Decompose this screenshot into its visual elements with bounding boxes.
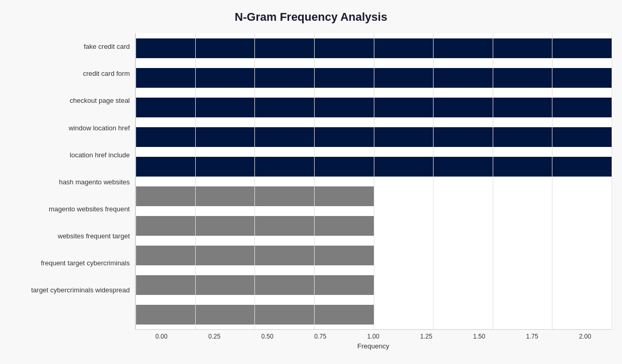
bar-frequent-target-cybercriminals xyxy=(136,275,374,295)
y-label: magento websites frequent xyxy=(10,196,130,223)
x-tick: 1.25 xyxy=(400,333,453,340)
x-tick: 1.75 xyxy=(506,333,559,340)
y-label: window location href xyxy=(10,114,130,141)
x-tick: 1.50 xyxy=(453,333,506,340)
bar-magento-websites-frequent xyxy=(136,216,374,236)
bar-row xyxy=(136,33,612,63)
grid-line xyxy=(612,33,612,329)
bar-row xyxy=(136,63,612,92)
y-label: hash magento websites xyxy=(10,168,130,195)
x-tick: 2.00 xyxy=(559,333,612,340)
bar-row xyxy=(136,181,612,211)
bar-hash-magento-websites xyxy=(136,186,374,206)
bar-window-location-href xyxy=(136,127,612,147)
bar-row xyxy=(136,211,612,240)
y-label: credit card form xyxy=(10,60,130,87)
y-label: checkout page steal xyxy=(10,87,130,114)
x-tick: 0.00 xyxy=(135,333,188,340)
x-ticks: 0.000.250.500.751.001.251.501.752.00 xyxy=(135,333,612,340)
x-axis-label: Frequency xyxy=(135,342,612,350)
y-axis: fake credit cardcredit card formcheckout… xyxy=(10,33,135,304)
bar-checkout-page-steal xyxy=(136,98,612,117)
bar-location-href-include xyxy=(136,157,612,177)
x-tick: 0.75 xyxy=(294,333,347,340)
bar-row xyxy=(136,152,612,181)
chart-container: N-Gram Frequency Analysis fake credit ca… xyxy=(0,0,622,364)
y-label: frequent target cybercriminals xyxy=(10,250,130,277)
bar-row xyxy=(136,122,612,152)
x-tick: 0.50 xyxy=(241,333,294,340)
bar-websites-frequent-target xyxy=(136,246,374,265)
bar-row xyxy=(136,270,612,300)
y-label: target cybercriminals widespread xyxy=(10,277,130,304)
chart-title: N-Gram Frequency Analysis xyxy=(10,10,612,24)
bar-row xyxy=(136,240,612,270)
y-label: location href include xyxy=(10,141,130,168)
x-tick: 1.00 xyxy=(347,333,400,340)
chart-area: fake credit cardcredit card formcheckout… xyxy=(10,33,612,304)
x-axis: 0.000.250.500.751.001.251.501.752.00 Fre… xyxy=(135,330,612,350)
y-label: websites frequent target xyxy=(10,223,130,250)
bar-row xyxy=(136,92,612,122)
bar-row xyxy=(136,300,612,329)
bars-and-x: 0.000.250.500.751.001.251.501.752.00 Fre… xyxy=(135,33,612,304)
bars-wrapper xyxy=(135,33,612,330)
bar-fake-credit-card xyxy=(136,38,612,58)
bar-credit-card-form xyxy=(136,68,612,88)
x-tick: 0.25 xyxy=(188,333,241,340)
bar-target-cybercriminals-widespread xyxy=(136,305,374,325)
y-label: fake credit card xyxy=(10,33,130,60)
